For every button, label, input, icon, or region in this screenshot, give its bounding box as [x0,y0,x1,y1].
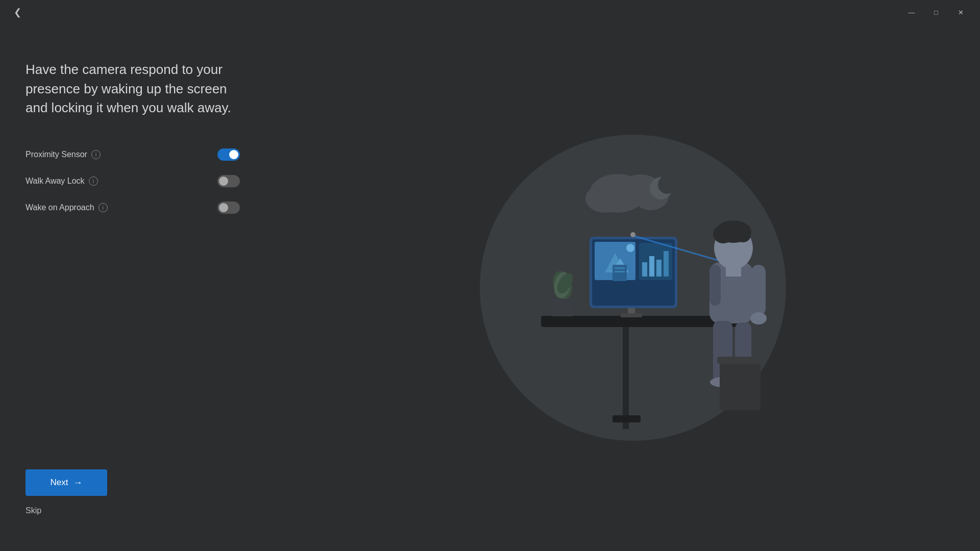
svg-rect-25 [664,251,669,277]
svg-rect-45 [717,357,763,364]
svg-rect-9 [551,298,574,316]
svg-point-30 [630,232,635,237]
wake-on-approach-info-icon[interactable]: i [99,203,108,212]
proximity-sensor-label: Proximity Sensor [26,150,87,159]
svg-rect-44 [720,359,761,410]
walk-away-lock-item: Walk Away Lock i [26,175,240,187]
wake-on-approach-label-row: Wake on Approach i [26,203,108,212]
svg-rect-7 [623,327,629,429]
next-label: Next [51,478,68,488]
next-button[interactable]: Next → [26,469,107,496]
title-bar: ❮ — □ ✕ [0,0,980,24]
main-content: Have the camera respond to your presence… [0,24,980,551]
svg-point-35 [734,228,751,242]
proximity-sensor-label-row: Proximity Sensor i [26,150,101,159]
wake-on-approach-item: Wake on Approach i [26,202,240,214]
minimize-icon: — [909,9,915,16]
minimize-button[interactable]: — [900,4,923,20]
svg-rect-27 [615,267,625,269]
close-icon: ✕ [958,9,964,16]
svg-point-38 [750,312,767,324]
title-bar-right: — □ ✕ [900,4,972,20]
svg-rect-36 [726,266,741,277]
proximity-sensor-info-icon[interactable]: i [91,150,101,159]
skip-label: Skip [26,506,41,515]
walk-away-lock-label: Walk Away Lock [26,177,85,186]
svg-rect-24 [656,260,662,277]
svg-rect-37 [751,265,766,316]
walk-away-lock-info-icon[interactable]: i [89,177,98,186]
walk-away-lock-label-row: Walk Away Lock i [26,177,98,186]
svg-rect-14 [621,313,642,317]
svg-rect-8 [612,415,641,422]
wake-on-approach-thumb [219,203,228,212]
illustration [454,109,812,466]
maximize-button[interactable]: □ [925,4,947,20]
svg-point-5 [658,176,676,194]
svg-point-3 [585,184,624,213]
left-panel: Have the camera respond to your presence… [0,24,286,551]
walk-away-lock-toggle[interactable] [217,175,240,187]
description-text: Have the camera respond to your presence… [26,60,240,118]
skip-button[interactable]: Skip [26,506,41,515]
svg-rect-28 [615,271,625,272]
svg-rect-22 [642,262,647,277]
wake-on-approach-toggle[interactable] [217,202,240,214]
svg-rect-23 [649,256,654,277]
svg-point-34 [713,225,733,243]
proximity-sensor-thumb [229,150,238,159]
proximity-sensor-item: Proximity Sensor i [26,148,240,161]
maximize-icon: □ [934,9,938,16]
bottom-nav: Next → Skip [26,469,260,520]
svg-point-20 [626,244,634,252]
back-button[interactable]: ❮ [8,3,27,21]
settings-list: Proximity Sensor i Walk Away Lock [26,148,260,214]
svg-rect-39 [709,265,721,306]
right-panel [286,24,980,551]
close-button[interactable]: ✕ [949,4,972,20]
back-icon: ❮ [14,7,21,18]
next-arrow-icon: → [73,478,82,488]
svg-rect-26 [612,265,627,281]
walk-away-lock-thumb [219,177,228,186]
left-top-section: Have the camera respond to your presence… [26,60,260,469]
proximity-sensor-toggle[interactable] [217,148,240,161]
title-bar-left: ❮ [8,3,27,21]
scene-illustration [459,114,806,461]
wake-on-approach-label: Wake on Approach [26,203,94,212]
